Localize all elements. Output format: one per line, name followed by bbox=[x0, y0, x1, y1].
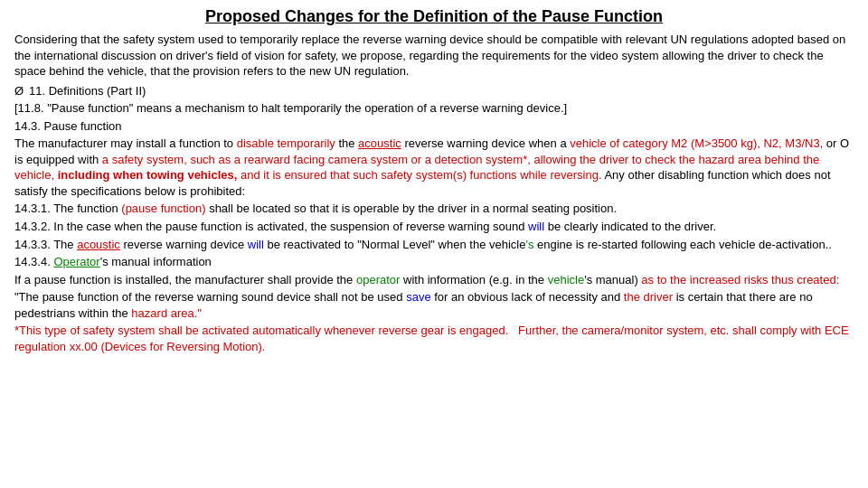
operator-info-paragraph: If a pause function is installed, the ma… bbox=[14, 272, 854, 288]
section-14-3-body: The manufacturer may install a function … bbox=[14, 136, 854, 199]
section-14-3-2: 14.3.2. In the case when the pause funct… bbox=[14, 219, 854, 235]
intro-paragraph: Considering that the safety system used … bbox=[14, 32, 854, 80]
section-14-3-1: 14.3.1. The function (pause function) sh… bbox=[14, 201, 854, 217]
section-14-3-header: 14.3. Pause function bbox=[14, 118, 854, 135]
section-14-3-3: 14.3.3. The acoustic reverse warning dev… bbox=[14, 237, 854, 253]
pause-function-note: "The pause function of the reverse warni… bbox=[14, 289, 854, 321]
section-14-3-4: 14.3.4. Operator's manual information bbox=[14, 254, 854, 270]
definitions-label: 11. Definitions (Part II) bbox=[29, 83, 146, 99]
def-11-8: [11.8. "Pause function" means a mechanis… bbox=[14, 100, 854, 117]
page-title: Proposed Changes for the Definition of t… bbox=[14, 7, 854, 26]
arrow-symbol: Ø bbox=[14, 83, 25, 99]
definitions-header: Ø 11. Definitions (Part II) bbox=[14, 83, 854, 99]
footer-note: *This type of safety system shall be act… bbox=[14, 323, 854, 354]
